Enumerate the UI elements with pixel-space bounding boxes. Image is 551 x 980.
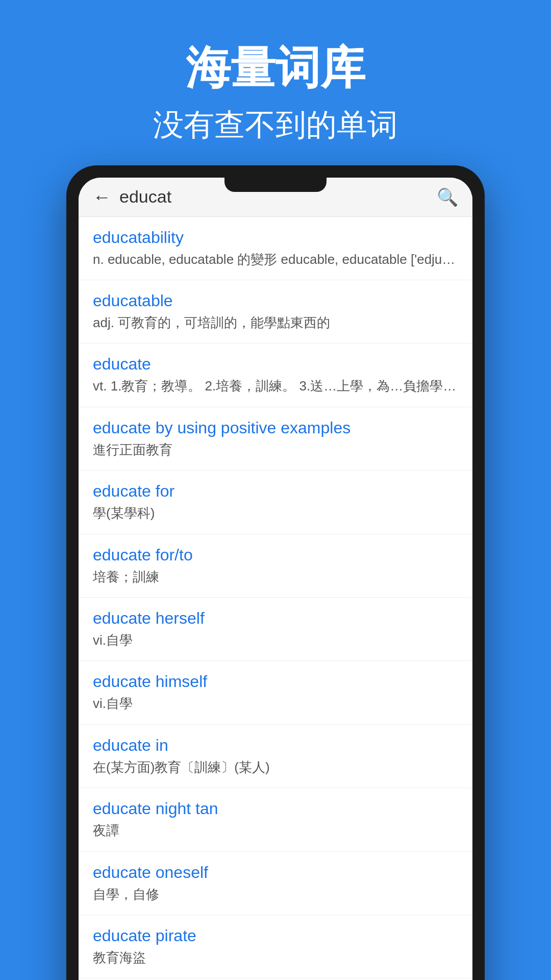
result-definition: adj. 可教育的，可培訓的，能學點東西的	[93, 313, 458, 332]
result-term: educate for/to	[93, 546, 458, 565]
list-item[interactable]: educate oneself自學，自修	[79, 852, 472, 915]
result-term: educate himself	[93, 672, 458, 691]
list-item[interactable]: educate pirate教育海盜	[79, 915, 472, 978]
list-item[interactable]: educate night tan夜譚	[79, 788, 472, 851]
result-term: educate pirate	[93, 926, 458, 945]
list-item[interactable]: educate by using positive examples進行正面教育	[79, 407, 472, 471]
header-subtitle: 没有查不到的单词	[20, 105, 531, 145]
list-item[interactable]: educate herselfvi.自學	[79, 598, 472, 661]
list-item[interactable]: educate in在(某方面)教育〔訓練〕(某人)	[79, 725, 472, 788]
list-item[interactable]: educate himselfvi.自學	[79, 661, 472, 724]
header-title: 海量词库	[20, 41, 531, 95]
result-term: educate oneself	[93, 863, 458, 882]
back-button[interactable]: ←	[93, 188, 111, 206]
result-definition: vi.自學	[93, 694, 458, 713]
phone-device: ← 🔍 educatabilityn. educable, educatable…	[66, 165, 485, 980]
result-definition: 自學，自修	[93, 885, 458, 903]
result-term: educate in	[93, 736, 458, 755]
phone-screen: ← 🔍 educatabilityn. educable, educatable…	[79, 178, 472, 980]
result-definition: 在(某方面)教育〔訓練〕(某人)	[93, 758, 458, 776]
result-term: educatable	[93, 291, 458, 310]
result-definition: 教育海盜	[93, 948, 458, 967]
result-definition: 學(某學科)	[93, 504, 458, 522]
result-term: educate	[93, 355, 458, 374]
result-definition: vt. 1.教育；教導。 2.培養，訓練。 3.送…上學，為…負擔學費。 n..…	[93, 377, 458, 395]
list-item[interactable]: educate for/to培養；訓練	[79, 534, 472, 598]
list-item[interactable]: educate for學(某學科)	[79, 471, 472, 534]
result-term: educate herself	[93, 609, 458, 628]
result-term: educate night tan	[93, 799, 458, 818]
list-item[interactable]: educatabilityn. educable, educatable 的變形…	[79, 217, 472, 280]
list-item[interactable]: educatevt. 1.教育；教導。 2.培養，訓練。 3.送…上學，為…負擔…	[79, 344, 472, 407]
result-definition: n. educable, educatable 的變形 educable, ed…	[93, 250, 458, 268]
result-definition: 培養；訓練	[93, 568, 458, 586]
result-term: educate by using positive examples	[93, 419, 458, 437]
results-list: educatabilityn. educable, educatable 的變形…	[79, 217, 472, 980]
result-definition: vi.自學	[93, 631, 458, 649]
list-item[interactable]: educatableadj. 可教育的，可培訓的，能學點東西的	[79, 280, 472, 344]
header: 海量词库 没有查不到的单词	[0, 0, 551, 165]
phone-notch	[224, 178, 327, 192]
result-definition: 進行正面教育	[93, 440, 458, 459]
result-term: educate for	[93, 482, 458, 501]
result-term: educatability	[93, 228, 458, 247]
search-icon[interactable]: 🔍	[437, 187, 458, 207]
result-definition: 夜譚	[93, 821, 458, 840]
